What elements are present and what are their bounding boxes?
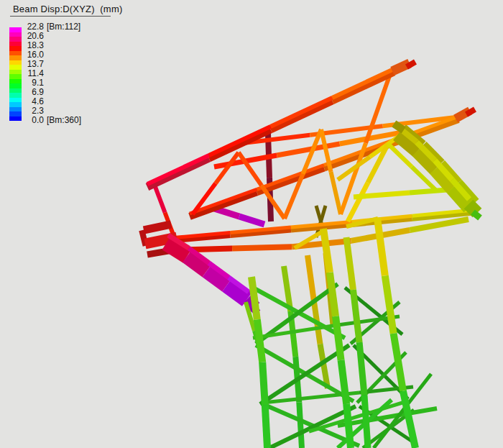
top-chord-a — [271, 98, 333, 127]
left-bracket — [144, 224, 171, 230]
tower-leg-right — [385, 275, 394, 333]
legend-beam-tag: [Bm:360] — [47, 115, 81, 125]
tower-leg-center-right — [346, 237, 354, 290]
legend-beam-tag: [Bm:112] — [47, 22, 80, 32]
legend-title: Beam Disp:D(XYZ) (mm) — [13, 4, 122, 14]
tower-leg-front-left — [257, 319, 262, 362]
legend-tick-value: 0.0 — [26, 114, 44, 126]
arm-web-diagonal — [154, 185, 165, 213]
top-chord-a-shadow — [271, 101, 333, 129]
top-chord-a-shadow — [147, 158, 209, 187]
back-attachment-girder — [239, 216, 264, 224]
tower-leg-front-left — [251, 277, 257, 319]
legend-underline — [10, 16, 111, 17]
tower-leg-center — [346, 404, 351, 448]
tower-leg-center — [341, 360, 347, 404]
tower-leg-center-right — [359, 342, 364, 395]
tower-internal-brace — [308, 255, 314, 300]
tower-leg-center-right — [364, 396, 368, 448]
arm-tie-upper — [277, 144, 339, 155]
right-girder-start — [397, 124, 401, 130]
top-chord-a — [147, 155, 209, 184]
legend-band — [9, 116, 22, 122]
bottom-chord-rear — [232, 247, 292, 248]
tower-leg-right — [394, 334, 403, 391]
legend-colorbar — [9, 27, 22, 121]
bottom-chord-rear — [410, 219, 469, 230]
tower-leg-back-left — [299, 403, 302, 448]
tower-leg-right — [377, 218, 385, 275]
legend-tick-label: 0.0[Bm:360] — [26, 114, 81, 126]
legend: Beam Disp:D(XYZ) (mm) 22.8[Bm:112]20.618… — [0, 0, 137, 144]
right-girder-feet — [473, 212, 480, 218]
tower-leg-front-left — [265, 405, 267, 448]
tower-leg-front-left — [262, 362, 265, 406]
